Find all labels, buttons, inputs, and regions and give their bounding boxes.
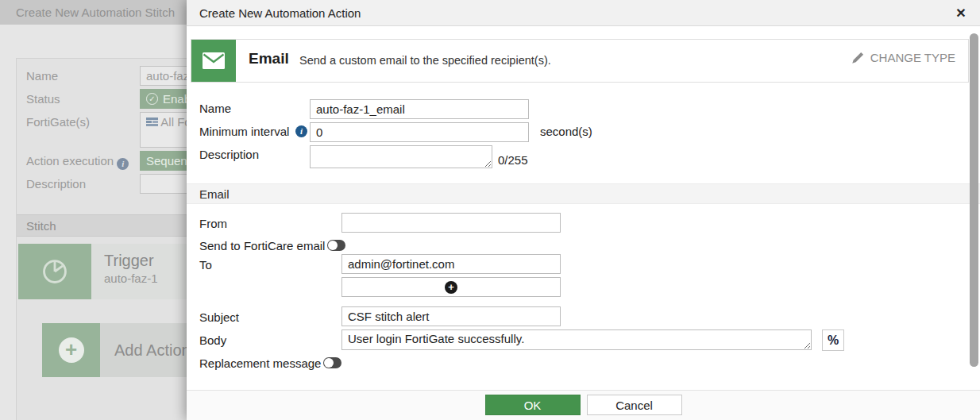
email-type-icon-square bbox=[191, 40, 236, 82]
modal-title: Create New Automation Action bbox=[199, 0, 361, 26]
change-type-label: CHANGE TYPE bbox=[870, 51, 955, 64]
replacement-message-label: Replacement message bbox=[199, 356, 321, 370]
body-label: Body bbox=[199, 333, 226, 347]
plus-circle-icon: + bbox=[59, 337, 84, 363]
description-textarea[interactable] bbox=[310, 145, 492, 168]
add-action-icon-square: + bbox=[42, 323, 100, 377]
action-type-name: Email bbox=[249, 50, 289, 67]
to-label: To bbox=[199, 258, 212, 272]
name-input[interactable] bbox=[310, 99, 529, 119]
bg-description-label: Description bbox=[26, 177, 86, 191]
action-type-description: Send a custom email to the specified rec… bbox=[299, 54, 551, 67]
bg-action-execution-label: Action execution i bbox=[26, 154, 129, 170]
close-icon[interactable]: ✕ bbox=[950, 0, 972, 26]
modal-header: Create New Automation Action ✕ bbox=[187, 0, 980, 26]
description-char-counter: 0/255 bbox=[498, 153, 528, 167]
add-recipient-button[interactable]: + bbox=[341, 277, 561, 297]
plus-icon: + bbox=[445, 281, 457, 294]
subject-label: Subject bbox=[199, 310, 239, 324]
envelope-icon bbox=[203, 52, 225, 69]
forticare-label: Send to FortiCare email bbox=[199, 239, 325, 252]
to-input[interactable] bbox=[341, 254, 561, 274]
modal-footer: OK Cancel bbox=[187, 390, 980, 420]
modal-scrollbar[interactable] bbox=[970, 33, 978, 367]
bg-status-label: Status bbox=[26, 92, 60, 106]
minimum-interval-label: Minimum interval bbox=[199, 125, 289, 138]
trigger-icon-square bbox=[18, 244, 91, 299]
add-action-label: Add Action bbox=[114, 341, 191, 360]
info-icon[interactable]: i bbox=[295, 125, 307, 137]
email-section-bar: Email bbox=[187, 183, 980, 204]
change-type-button[interactable]: CHANGE TYPE bbox=[851, 51, 955, 64]
trigger-timer-icon bbox=[41, 258, 68, 285]
body-textarea[interactable]: User login FortiGate successfully. bbox=[341, 329, 812, 350]
ok-button[interactable]: OK bbox=[485, 395, 581, 415]
seconds-suffix: second(s) bbox=[540, 125, 592, 138]
forticare-toggle[interactable] bbox=[327, 240, 345, 251]
description-label: Description bbox=[199, 148, 259, 161]
email-section-title: Email bbox=[199, 184, 230, 204]
check-circle-icon: ✓ bbox=[146, 93, 158, 105]
minimum-interval-input[interactable] bbox=[310, 122, 529, 142]
from-label: From bbox=[199, 217, 227, 230]
from-input[interactable] bbox=[341, 213, 561, 233]
cancel-button[interactable]: Cancel bbox=[587, 395, 682, 415]
bg-stitch-section-label: Stitch bbox=[26, 215, 56, 237]
subject-input[interactable] bbox=[341, 306, 561, 326]
fortigate-device-icon bbox=[146, 118, 158, 127]
info-icon: i bbox=[117, 158, 129, 170]
action-type-card: Email Send a custom email to the specifi… bbox=[191, 39, 969, 83]
name-label: Name bbox=[199, 102, 231, 115]
insert-variable-button[interactable]: % bbox=[822, 329, 844, 351]
replacement-message-toggle[interactable] bbox=[323, 357, 341, 368]
modal-create-automation-action: Create New Automation Action ✕ Email Sen… bbox=[187, 0, 980, 420]
background-page-title: Create New Automation Stitch bbox=[16, 0, 175, 25]
pencil-icon bbox=[851, 52, 864, 64]
bg-name-label: Name bbox=[26, 69, 58, 83]
bg-fortigates-label: FortiGate(s) bbox=[26, 115, 90, 129]
